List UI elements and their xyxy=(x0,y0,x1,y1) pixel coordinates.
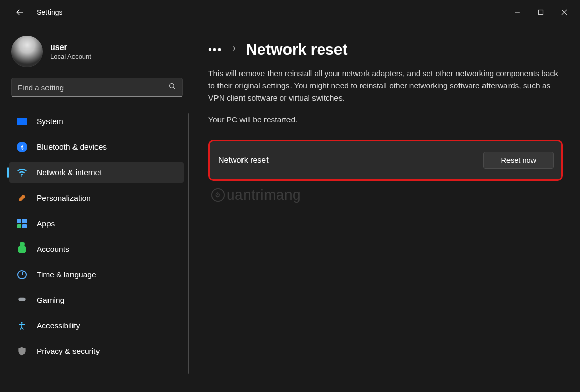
minimize-button[interactable] xyxy=(505,4,529,20)
sidebar-item-bluetooth[interactable]: Bluetooth & devices xyxy=(9,137,184,157)
user-name: user xyxy=(50,43,91,52)
sidebar-item-time-language[interactable]: Time & language xyxy=(9,264,184,285)
sidebar: user Local Account System Bluetooth & de… xyxy=(0,24,189,392)
sidebar-item-label: Network & internet xyxy=(37,168,102,177)
sidebar-item-label: Gaming xyxy=(37,296,64,305)
sidebar-item-label: Privacy & security xyxy=(37,347,100,356)
maximize-icon xyxy=(538,9,544,15)
watermark-text: uantrimang xyxy=(227,187,301,203)
avatar xyxy=(11,36,43,67)
svg-point-4 xyxy=(170,84,174,88)
breadcrumb: ••• Network reset xyxy=(208,41,565,58)
app-title: Settings xyxy=(37,8,63,16)
sidebar-item-label: Accessibility xyxy=(37,321,80,330)
nav-list: System Bluetooth & devices Network & int… xyxy=(11,111,189,361)
sidebar-item-apps[interactable]: Apps xyxy=(9,213,184,234)
accessibility-icon xyxy=(16,320,28,331)
bluetooth-icon xyxy=(16,141,28,153)
sidebar-item-label: Personalization xyxy=(37,193,91,203)
svg-line-5 xyxy=(173,87,175,89)
sidebar-item-system[interactable]: System xyxy=(9,111,184,132)
maximize-button[interactable] xyxy=(529,4,552,20)
reset-panel: Network reset Reset now xyxy=(208,140,563,181)
svg-rect-7 xyxy=(18,298,25,301)
sidebar-item-accessibility[interactable]: Accessibility xyxy=(9,315,184,336)
gamepad-icon xyxy=(16,295,28,306)
close-icon xyxy=(561,9,567,15)
title-bar: Settings xyxy=(0,0,580,24)
lightbulb-icon: ⚙ xyxy=(211,188,225,202)
page-description: This will remove then reinstall all your… xyxy=(208,67,565,104)
sidebar-item-label: Apps xyxy=(37,219,55,228)
sidebar-item-privacy[interactable]: Privacy & security xyxy=(9,341,184,361)
sidebar-item-label: Time & language xyxy=(37,270,96,279)
sidebar-item-accounts[interactable]: Accounts xyxy=(9,239,184,259)
panel-label: Network reset xyxy=(218,156,483,165)
shield-icon xyxy=(16,346,28,357)
clock-globe-icon xyxy=(16,269,28,280)
back-button[interactable] xyxy=(11,4,29,21)
main-content: ••• Network reset This will remove then … xyxy=(189,24,580,392)
paintbrush-icon xyxy=(16,192,28,204)
watermark: ⚙ uantrimang xyxy=(211,187,301,203)
arrow-left-icon xyxy=(15,8,25,17)
search-input[interactable] xyxy=(18,83,168,92)
svg-point-6 xyxy=(21,175,22,176)
reset-now-button[interactable]: Reset now xyxy=(483,152,554,169)
user-block[interactable]: user Local Account xyxy=(11,36,189,67)
sidebar-item-label: Accounts xyxy=(37,244,69,254)
search-box[interactable] xyxy=(11,78,183,97)
user-account-type: Local Account xyxy=(50,53,91,60)
wifi-icon xyxy=(16,167,28,178)
sidebar-item-label: System xyxy=(37,117,63,126)
minimize-icon xyxy=(514,9,520,15)
person-icon xyxy=(16,243,28,255)
page-title: Network reset xyxy=(246,41,347,58)
restart-notice: Your PC will be restarted. xyxy=(208,115,565,125)
chevron-right-icon xyxy=(231,45,237,54)
svg-rect-1 xyxy=(539,10,543,15)
sidebar-item-network[interactable]: Network & internet xyxy=(9,162,184,183)
apps-icon xyxy=(16,218,28,229)
display-icon xyxy=(16,116,28,127)
sidebar-item-personalization[interactable]: Personalization xyxy=(9,188,184,208)
search-icon xyxy=(168,82,176,92)
sidebar-item-gaming[interactable]: Gaming xyxy=(9,290,184,310)
svg-point-8 xyxy=(21,322,22,324)
sidebar-item-label: Bluetooth & devices xyxy=(37,142,107,152)
breadcrumb-overflow-button[interactable]: ••• xyxy=(208,44,222,56)
close-window-button[interactable] xyxy=(552,4,576,20)
